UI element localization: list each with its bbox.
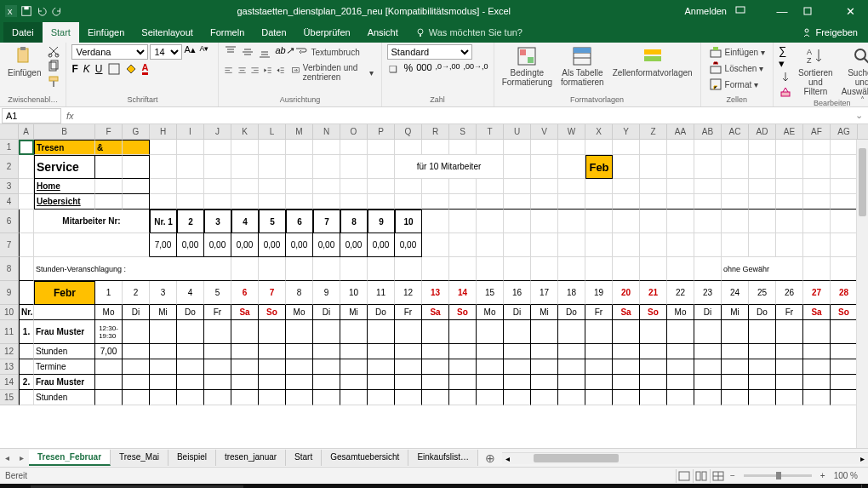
cell-weekday[interactable]: So [259, 305, 286, 320]
cell[interactable] [831, 375, 858, 390]
cell[interactable] [422, 140, 449, 155]
save-icon[interactable] [20, 5, 32, 17]
cell[interactable] [231, 390, 259, 405]
tell-me[interactable]: Was möchten Sie tun? [415, 22, 523, 43]
cell[interactable] [504, 233, 531, 257]
zoom-slider[interactable] [744, 474, 812, 477]
cell-weekday[interactable]: Mo [477, 305, 504, 320]
cell[interactable] [749, 194, 776, 210]
col-header[interactable]: Q [395, 124, 422, 139]
column-headers[interactable]: ABFGHIJKLMNOPQRSTUVWXYZAAABACADAEAFAG [0, 124, 868, 140]
conditional-format-button[interactable]: Bedingte Formatierung [500, 44, 555, 89]
cell[interactable] [613, 344, 640, 359]
orientation-icon[interactable]: ab↗ [275, 45, 288, 59]
sheet-tab[interactable]: Einkaufslist… [408, 450, 478, 466]
ribbon-options-icon[interactable] [735, 6, 761, 16]
taskbar-word-icon[interactable]: W [434, 485, 458, 488]
taskbar-excel-icon[interactable]: X [529, 485, 553, 488]
cell[interactable] [803, 257, 831, 281]
taskbar-publisher-icon[interactable]: P [458, 485, 482, 488]
cell[interactable] [558, 375, 585, 390]
cell[interactable] [313, 359, 340, 375]
cell[interactable] [313, 194, 340, 210]
minimize-button[interactable]: — [769, 5, 795, 18]
cell[interactable] [123, 179, 150, 194]
cell[interactable] [368, 320, 395, 344]
indent-increase-icon[interactable] [276, 66, 285, 79]
cell[interactable] [640, 344, 667, 359]
cell[interactable] [395, 375, 422, 390]
cell[interactable] [504, 320, 531, 344]
cell[interactable] [449, 320, 477, 344]
col-header[interactable]: W [558, 124, 585, 139]
increase-font-icon[interactable]: A▴ [184, 44, 197, 58]
cell[interactable] [749, 390, 776, 405]
cell[interactable] [749, 375, 776, 390]
cell[interactable] [123, 194, 150, 210]
col-header[interactable]: Y [613, 124, 640, 139]
collapse-ribbon-icon[interactable]: ˄ [860, 95, 865, 105]
cell[interactable] [531, 390, 558, 405]
cell-day[interactable]: 23 [694, 281, 722, 305]
cell-tresen[interactable]: Tresen [34, 140, 95, 155]
cell[interactable] [259, 320, 286, 344]
cell[interactable] [640, 179, 667, 194]
cell[interactable] [422, 257, 449, 281]
cell-weekday[interactable]: So [831, 305, 858, 320]
taskbar-app3-icon[interactable] [505, 485, 529, 488]
cell-day[interactable]: 15 [477, 281, 504, 305]
cell[interactable] [694, 155, 722, 179]
cell[interactable] [150, 344, 177, 359]
cell[interactable] [340, 375, 368, 390]
cell[interactable] [177, 155, 204, 179]
cell[interactable] [722, 140, 749, 155]
col-header[interactable]: R [422, 124, 449, 139]
copy-icon[interactable] [47, 60, 60, 73]
align-center-icon[interactable] [237, 66, 247, 79]
align-middle-icon[interactable] [241, 45, 254, 59]
cell[interactable] [776, 375, 803, 390]
cell[interactable] [722, 155, 749, 179]
cell-day[interactable]: 21 [640, 281, 667, 305]
cell[interactable] [422, 233, 449, 257]
sheet-tab[interactable]: Gesamtuebersicht [322, 450, 408, 466]
cell[interactable] [231, 257, 259, 281]
format-cells-button[interactable]: Format ▾ [706, 77, 762, 92]
sort-filter-button[interactable]: AZSortieren und Filtern [796, 44, 836, 98]
thousands-icon[interactable]: 000 [416, 62, 431, 76]
cell[interactable] [150, 359, 177, 375]
find-select-button[interactable]: Suchen und Auswählen [839, 44, 868, 98]
cell[interactable] [585, 140, 613, 155]
col-header[interactable]: P [368, 124, 395, 139]
cell[interactable] [776, 344, 803, 359]
cell[interactable] [694, 390, 722, 405]
cell[interactable] [177, 140, 204, 155]
cell[interactable] [259, 257, 286, 281]
zoom-in-button[interactable]: + [817, 471, 829, 480]
cell[interactable] [585, 344, 613, 359]
cell[interactable] [19, 210, 34, 233]
cell[interactable] [150, 390, 177, 405]
cell[interactable] [286, 155, 313, 179]
cell[interactable] [422, 179, 449, 194]
cell[interactable] [776, 359, 803, 375]
cell-day[interactable]: 3 [150, 281, 177, 305]
tab-layout[interactable]: Seitenlayout [133, 22, 202, 43]
number-format-select[interactable]: Standard [387, 44, 472, 60]
col-header[interactable]: B [34, 124, 95, 139]
cell[interactable] [422, 375, 449, 390]
cell[interactable] [776, 233, 803, 257]
cell[interactable] [613, 257, 640, 281]
row-header[interactable]: 10 [0, 305, 19, 320]
cell[interactable] [613, 155, 640, 179]
cell-weekday[interactable]: Di [313, 305, 340, 320]
cell[interactable] [340, 257, 368, 281]
cell[interactable] [204, 140, 231, 155]
col-header[interactable]: AA [667, 124, 694, 139]
cell[interactable] [694, 344, 722, 359]
cell[interactable] [313, 344, 340, 359]
cell[interactable] [368, 155, 395, 179]
cell[interactable] [395, 359, 422, 375]
row-header[interactable]: 12 [0, 344, 19, 359]
cell[interactable] [150, 375, 177, 390]
